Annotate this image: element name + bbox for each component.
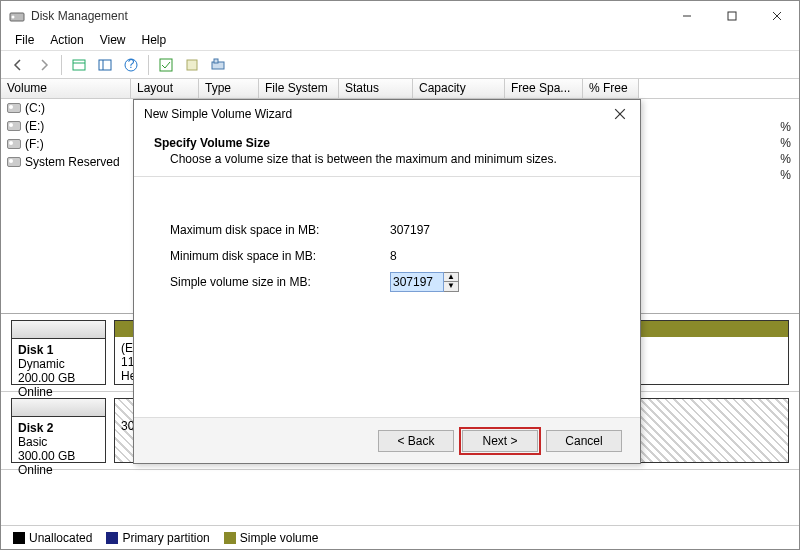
volume-label: (E:): [25, 119, 44, 133]
dialog-titlebar: New Simple Volume Wizard: [134, 100, 640, 128]
dialog-body: Maximum disk space in MB: 307197 Minimum…: [134, 177, 640, 335]
disk-status: Online: [18, 463, 99, 477]
wizard-dialog: New Simple Volume Wizard Specify Volume …: [133, 99, 641, 464]
volume-list-header: Volume Layout Type File System Status Ca…: [1, 79, 799, 99]
max-space-label: Maximum disk space in MB:: [170, 223, 390, 237]
legend-item: Primary partition: [106, 531, 209, 545]
svg-rect-3: [728, 12, 736, 20]
legend: Unallocated Primary partition Simple vol…: [1, 525, 799, 549]
col-fs[interactable]: File System: [259, 79, 339, 98]
drive-icon: [7, 121, 21, 131]
toolbar-icon-3[interactable]: [155, 54, 177, 76]
legend-item: Simple volume: [224, 531, 319, 545]
volume-size-spinner[interactable]: ▲ ▼: [390, 272, 459, 292]
col-pctfree[interactable]: % Free: [583, 79, 639, 98]
forward-icon[interactable]: [33, 54, 55, 76]
toolbar-icon-2[interactable]: [94, 54, 116, 76]
min-space-value: 8: [390, 249, 460, 263]
drive-icon: [7, 139, 21, 149]
volume-label: (C:): [25, 101, 45, 115]
toolbar-icon-1[interactable]: [68, 54, 90, 76]
disk-info[interactable]: Disk 2 Basic 300.00 GB Online: [11, 398, 106, 463]
svg-rect-6: [73, 60, 85, 70]
disk-info[interactable]: Disk 1 Dynamic 200.00 GB Online: [11, 320, 106, 385]
col-volume[interactable]: Volume: [1, 79, 131, 98]
disk-size: 200.00 GB: [18, 371, 99, 385]
svg-rect-12: [160, 59, 172, 71]
col-layout[interactable]: Layout: [131, 79, 199, 98]
minimize-button[interactable]: [664, 1, 709, 31]
menu-bar: File Action View Help: [1, 31, 799, 51]
menu-file[interactable]: File: [7, 31, 42, 50]
window-title: Disk Management: [31, 9, 664, 23]
maximize-button[interactable]: [709, 1, 754, 31]
dialog-close-button[interactable]: [610, 104, 630, 124]
back-button[interactable]: < Back: [378, 430, 454, 452]
cancel-button[interactable]: Cancel: [546, 430, 622, 452]
dialog-title: New Simple Volume Wizard: [144, 107, 610, 121]
disk-size: 300.00 GB: [18, 449, 99, 463]
svg-point-1: [12, 16, 15, 19]
volume-size-input[interactable]: [390, 272, 444, 292]
svg-text:?: ?: [128, 57, 135, 71]
volume-size-label: Simple volume size in MB:: [170, 275, 390, 289]
next-button[interactable]: Next >: [462, 430, 538, 452]
volume-label: (F:): [25, 137, 44, 151]
toolbar: ?: [1, 51, 799, 79]
drive-icon: [7, 103, 21, 113]
disk-name: Disk 2: [18, 421, 99, 435]
app-icon: [9, 8, 25, 24]
toolbar-icon-4[interactable]: [181, 54, 203, 76]
max-space-value: 307197: [390, 223, 460, 237]
volume-label: System Reserved: [25, 155, 120, 169]
col-type[interactable]: Type: [199, 79, 259, 98]
title-bar: Disk Management: [1, 1, 799, 31]
legend-item: Unallocated: [13, 531, 92, 545]
toolbar-icon-5[interactable]: [207, 54, 229, 76]
back-icon[interactable]: [7, 54, 29, 76]
menu-view[interactable]: View: [92, 31, 134, 50]
spinner-down-icon[interactable]: ▼: [444, 282, 458, 291]
disk-type: Basic: [18, 435, 99, 449]
disk-type: Dynamic: [18, 357, 99, 371]
pct-free-peek: %%%%: [780, 119, 791, 183]
col-status[interactable]: Status: [339, 79, 413, 98]
drive-icon: [7, 157, 21, 167]
separator: [148, 55, 149, 75]
menu-help[interactable]: Help: [134, 31, 175, 50]
dialog-header: Specify Volume Size Choose a volume size…: [134, 128, 640, 177]
help-icon[interactable]: ?: [120, 54, 142, 76]
separator: [61, 55, 62, 75]
svg-rect-15: [214, 59, 218, 63]
col-capacity[interactable]: Capacity: [413, 79, 505, 98]
dialog-footer: < Back Next > Cancel: [134, 417, 640, 463]
svg-rect-8: [99, 60, 111, 70]
col-free[interactable]: Free Spa...: [505, 79, 583, 98]
disk-status: Online: [18, 385, 99, 399]
min-space-label: Minimum disk space in MB:: [170, 249, 390, 263]
menu-action[interactable]: Action: [42, 31, 91, 50]
dialog-heading: Specify Volume Size: [154, 136, 620, 150]
close-button[interactable]: [754, 1, 799, 31]
dialog-subheading: Choose a volume size that is between the…: [154, 150, 620, 166]
disk-name: Disk 1: [18, 343, 99, 357]
svg-rect-13: [187, 60, 197, 70]
